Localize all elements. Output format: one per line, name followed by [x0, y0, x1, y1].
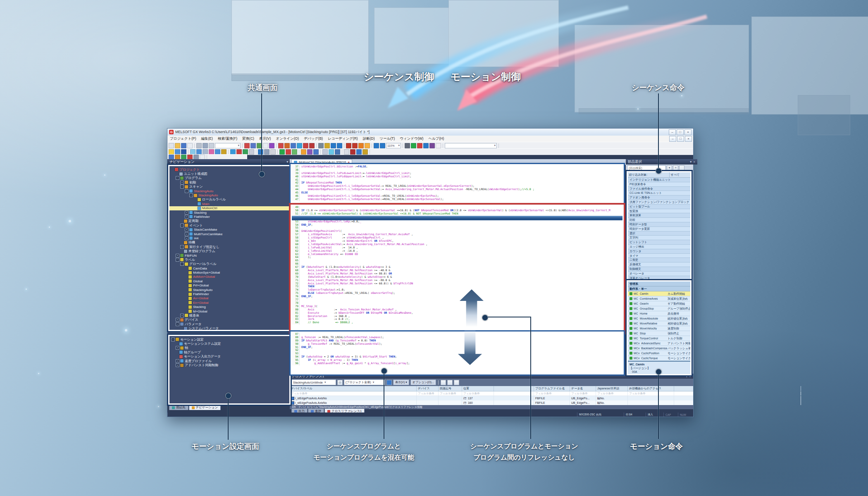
toolbar-icon[interactable] — [169, 149, 174, 155]
expander-icon[interactable]: + — [185, 228, 188, 231]
toolbar-icon[interactable] — [362, 149, 368, 155]
toolbar-icon[interactable] — [411, 143, 416, 148]
toolbar-icon[interactable] — [307, 149, 312, 155]
dock-tab[interactable]: 接続先 — [169, 405, 188, 410]
toolbar-icon[interactable] — [303, 143, 308, 148]
code-line[interactable]: 92 — [292, 349, 622, 352]
toolbar-icon[interactable] — [244, 143, 250, 148]
instruction-category[interactable]: タイマ — [628, 254, 690, 258]
toolbar-icon[interactable] — [258, 149, 263, 155]
toolbar-icon[interactable] — [291, 143, 296, 148]
toolbar-icon[interactable] — [284, 143, 290, 148]
code-line[interactable]: 51//IF (1.0 <= eUnWinderEpcSensorVal) & … — [292, 212, 622, 216]
pin-icon[interactable]: ▾ — [286, 160, 288, 164]
find-icon[interactable] — [386, 380, 392, 385]
minimize-button[interactable]: – — [669, 129, 676, 135]
instruction-group-header[interactable]: 動作系・単一 — [628, 286, 690, 291]
code-line[interactable]: 91END_IF; — [292, 346, 622, 349]
instruction-category[interactable]: 時刻データ更新 — [628, 227, 690, 231]
tree-item[interactable]: +実行タイプ指定なし — [169, 245, 289, 249]
code-line[interactable]: 75 ELSE leDancerTrqOutput:=REAL_TO_LREAL… — [292, 292, 622, 295]
tree-item[interactable]: プロジェクト — [169, 167, 289, 172]
menu-item[interactable]: オンライン(O) — [273, 136, 301, 141]
search-icon[interactable]: ◎ — [337, 380, 343, 385]
tree-view-icon[interactable]: ≡ — [673, 165, 678, 171]
xr-filter-cell[interactable]: フィルタ条件 — [439, 391, 462, 396]
motion-instruction-row[interactable]: MC_CamInカム動作開始 — [628, 291, 690, 296]
xr-column-header[interactable]: 回路記号 — [439, 386, 462, 391]
instruction-category[interactable]: 算術演算 — [628, 213, 690, 218]
toolbar-icon[interactable] — [203, 143, 208, 148]
motion-instruction-row[interactable]: MC_GearInギア動作開始 — [628, 301, 690, 306]
toolbar-icon[interactable] — [374, 143, 379, 148]
toolbar-icon[interactable] — [286, 149, 291, 155]
tree-item[interactable]: FlatWinder — [169, 292, 289, 296]
pin-icon[interactable]: ▾ — [690, 160, 692, 164]
toolbar-icon[interactable] — [187, 143, 193, 148]
cross-reference-filter-row[interactable]: フィルタ条件フィルタ条件フィルタ条件フィルタ条件フィルタ条件フィルタ条件フィルタ… — [290, 391, 693, 396]
title-bar[interactable]: G MELSOFT GX Works3 C:\Users\LF14610\Dow… — [167, 129, 693, 136]
toolbar-icon[interactable] — [190, 149, 196, 155]
tree-item[interactable]: En+Global — [169, 300, 289, 305]
toolbar-icon[interactable] — [215, 149, 220, 155]
instruction-category[interactable]: 文字列 — [628, 236, 690, 240]
filter-value[interactable]: すべて — [670, 173, 690, 177]
expander-icon[interactable]: + — [180, 314, 184, 317]
expander-icon[interactable]: + — [185, 211, 188, 215]
menu-item[interactable]: ウィンドウ(W) — [397, 136, 426, 141]
toolbar-icon[interactable] — [309, 143, 315, 148]
refresh-icon[interactable] — [679, 165, 684, 171]
instruction-category[interactable]: 比較 — [628, 218, 690, 222]
expander-icon[interactable]: + — [176, 318, 179, 322]
device-filter-dropdown[interactable]: StackingAuto/UnWinde — [291, 379, 336, 385]
toolbar-icon[interactable] — [365, 143, 370, 148]
toolbar-icon[interactable] — [181, 149, 186, 155]
menu-item[interactable]: 変換(C) — [240, 136, 257, 141]
toolbar-icon[interactable] — [292, 149, 297, 155]
toolbar-icon[interactable] — [169, 143, 174, 148]
motion-instruction-row[interactable]: MC_TorqueControlトルク制御 — [628, 336, 690, 341]
menu-item[interactable]: 検索/置換(F) — [215, 136, 240, 141]
tree-item[interactable]: 待機 — [169, 241, 289, 245]
toolbar-icon[interactable] — [269, 143, 274, 148]
mdi-window-button[interactable]: – — [669, 136, 676, 142]
expander-icon[interactable]: + — [185, 236, 188, 240]
instruction-category[interactable]: アドオン用命令 — [628, 196, 690, 200]
instruction-group-header[interactable]: 管理系 — [628, 281, 690, 286]
motion-instruction-row[interactable]: MC_Home原点復帰 — [628, 311, 690, 316]
code-line[interactable]: 90 g_TensionRef := REAL_TO_LREAL(eTensio… — [292, 343, 622, 346]
xr-tool-icon[interactable] — [447, 380, 453, 385]
code-line[interactable]: 65 — [292, 259, 622, 262]
toolbar-icon[interactable] — [263, 143, 268, 148]
tree-item[interactable]: Ax+Global — [169, 296, 289, 300]
close-button[interactable]: × — [684, 129, 692, 135]
toolbar-icon[interactable] — [329, 149, 334, 155]
xr-filter-cell[interactable]: フィルタ条件 — [570, 391, 596, 396]
instruction-category[interactable]: エッジ検出 — [628, 245, 690, 249]
xr-filter-cell[interactable]: フィルタ条件 — [596, 391, 628, 396]
toolbar-icon[interactable] — [358, 143, 364, 148]
tree-item[interactable]: −プログラム — [169, 176, 289, 180]
toolbar-icon[interactable] — [236, 149, 242, 155]
xr-column-header[interactable]: データ名 — [570, 386, 596, 391]
tree-item[interactable]: −StackingAuto — [169, 189, 289, 193]
instruction-category[interactable]: カウンタ — [628, 249, 690, 254]
instruction-category[interactable]: ビットシフト — [628, 240, 690, 245]
instruction-category[interactable]: オペレータ — [628, 272, 690, 276]
xr-filter-cell[interactable]: フィルタ条件 — [290, 391, 417, 396]
tree-item[interactable]: システムパラメータ — [169, 326, 289, 330]
menu-item[interactable]: ヘルプ(H) — [426, 136, 446, 141]
tree-item[interactable]: Prf+Global — [169, 284, 289, 288]
xr-column-header[interactable]: 位置 — [462, 386, 494, 391]
tree-item[interactable]: +Stacking — [169, 210, 289, 215]
tree-item[interactable]: +デバイス — [169, 318, 289, 322]
expander-icon[interactable]: − — [180, 224, 184, 227]
tree-item[interactable]: StackingAuto — [169, 288, 289, 292]
xr-tool-icon[interactable] — [454, 380, 459, 385]
menu-item[interactable]: プロジェクト(P) — [167, 136, 199, 141]
code-line[interactable]: 64 ); — [292, 256, 622, 259]
tree-item[interactable]: 軸グループ — [169, 350, 289, 354]
instruction-category[interactable]: 時刻データ型 — [628, 222, 690, 227]
code-line[interactable]: 84 // Done => D800L2 , — [292, 321, 622, 324]
tree-item[interactable]: +StackCamMake — [169, 227, 289, 231]
